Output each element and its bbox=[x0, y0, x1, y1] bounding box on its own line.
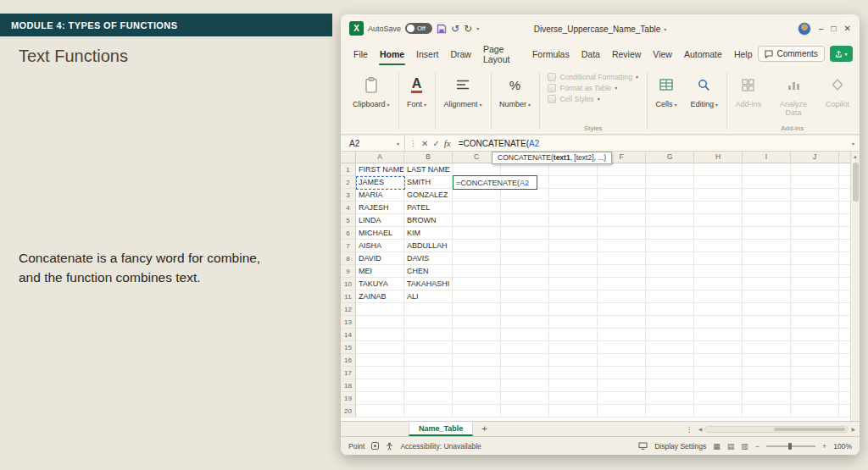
cell-F12[interactable] bbox=[598, 303, 646, 316]
cell-E16[interactable] bbox=[549, 354, 598, 367]
menu-tab-data[interactable]: Data bbox=[576, 42, 606, 65]
cell-H2[interactable] bbox=[694, 176, 743, 189]
save-icon[interactable] bbox=[437, 24, 447, 34]
cell-B20[interactable] bbox=[404, 405, 453, 417]
cell-J15[interactable] bbox=[791, 341, 839, 354]
column-header-A[interactable]: A bbox=[356, 152, 404, 163]
accessibility-status[interactable]: Accessibility: Unavailable bbox=[400, 442, 481, 451]
row-header-12[interactable]: 12 bbox=[341, 303, 356, 316]
cell-A3[interactable]: MARIA bbox=[356, 189, 404, 202]
cell-D4[interactable] bbox=[501, 202, 549, 214]
cell-G17[interactable] bbox=[646, 367, 694, 379]
cell-J3[interactable] bbox=[791, 189, 839, 202]
cell-B4[interactable]: PATEL bbox=[404, 202, 453, 214]
ribbon-group-cells[interactable]: Cells▾ bbox=[648, 68, 683, 134]
cell-A7[interactable]: AISHA bbox=[356, 240, 404, 252]
cell-F18[interactable] bbox=[598, 379, 646, 392]
cell-D7[interactable] bbox=[501, 240, 549, 252]
cell-G8[interactable] bbox=[646, 252, 694, 265]
analyze-data-button[interactable]: Analyze Data bbox=[768, 68, 819, 124]
cell-H1[interactable] bbox=[694, 163, 743, 176]
cell-K9[interactable] bbox=[839, 265, 850, 278]
cell-K3[interactable] bbox=[839, 189, 850, 202]
cell-E11[interactable] bbox=[549, 290, 598, 303]
row-header-2[interactable]: 2 bbox=[341, 176, 356, 189]
row-header-15[interactable]: 15 bbox=[341, 341, 356, 354]
cell-H5[interactable] bbox=[694, 214, 743, 227]
cell-B2[interactable]: SMITH bbox=[404, 176, 453, 189]
cell-K15[interactable] bbox=[839, 341, 850, 354]
cell-A19[interactable] bbox=[356, 392, 404, 405]
row-header-9[interactable]: 9 bbox=[341, 265, 356, 278]
cell-F19[interactable] bbox=[598, 392, 646, 405]
cell-F2[interactable] bbox=[598, 176, 646, 189]
cell-G4[interactable] bbox=[646, 202, 694, 214]
cell-F17[interactable] bbox=[598, 367, 646, 379]
cell-E15[interactable] bbox=[549, 341, 598, 354]
cell-D10[interactable] bbox=[501, 278, 549, 290]
cell-C15[interactable] bbox=[453, 341, 501, 354]
cell-A12[interactable] bbox=[356, 303, 404, 316]
scroll-up-icon[interactable]: ▲ bbox=[853, 152, 858, 161]
scroll-right-icon[interactable]: ▶ bbox=[851, 426, 855, 432]
cell-A10[interactable]: TAKUYA bbox=[356, 278, 404, 290]
menu-tab-draw[interactable]: Draw bbox=[444, 42, 477, 65]
cell-I8[interactable] bbox=[743, 252, 791, 265]
cell-J7[interactable] bbox=[791, 240, 839, 252]
cell-J16[interactable] bbox=[791, 354, 839, 367]
copilot-button[interactable]: Copilot bbox=[819, 68, 856, 124]
cell-J14[interactable] bbox=[791, 329, 839, 341]
ribbon-group-clipboard[interactable]: Clipboard▾ bbox=[346, 68, 397, 134]
cell-I11[interactable] bbox=[743, 290, 791, 303]
undo-icon[interactable]: ↺ bbox=[451, 24, 459, 34]
cell-J13[interactable] bbox=[791, 316, 839, 329]
cell-K10[interactable] bbox=[839, 278, 850, 290]
cell-I15[interactable] bbox=[743, 341, 791, 354]
cell-H18[interactable] bbox=[694, 379, 743, 392]
menu-tab-page-layout[interactable]: Page Layout bbox=[477, 42, 526, 65]
cell-B18[interactable] bbox=[404, 379, 453, 392]
cell-F9[interactable] bbox=[598, 265, 646, 278]
column-header-K[interactable]: K bbox=[839, 152, 850, 163]
menu-tab-automate[interactable]: Automate bbox=[678, 42, 728, 65]
cell-D12[interactable] bbox=[501, 303, 549, 316]
cell-G5[interactable] bbox=[646, 214, 694, 227]
cell-I3[interactable] bbox=[743, 189, 791, 202]
column-header-J[interactable]: J bbox=[791, 152, 839, 163]
cell-I13[interactable] bbox=[743, 316, 791, 329]
cell-H11[interactable] bbox=[694, 290, 743, 303]
menu-tab-help[interactable]: Help bbox=[728, 42, 759, 65]
cell-E3[interactable] bbox=[549, 189, 598, 202]
cell-J9[interactable] bbox=[791, 265, 839, 278]
confirm-entry-icon[interactable]: ✓ bbox=[432, 139, 439, 148]
cell-D8[interactable] bbox=[501, 252, 549, 265]
row-header-8[interactable]: 8 bbox=[341, 252, 356, 265]
ribbon-group-number[interactable]: % Number▾ bbox=[492, 68, 537, 134]
column-header-H[interactable]: H bbox=[694, 152, 743, 163]
cell-G12[interactable] bbox=[646, 303, 694, 316]
cell-D19[interactable] bbox=[501, 392, 549, 405]
comments-button[interactable]: Comments bbox=[758, 46, 824, 62]
row-header-5[interactable]: 5 bbox=[341, 214, 356, 227]
cell-F3[interactable] bbox=[598, 189, 646, 202]
cell-B1[interactable]: LAST NAME bbox=[404, 163, 453, 176]
cell-I9[interactable] bbox=[743, 265, 791, 278]
cell-F1[interactable] bbox=[598, 163, 646, 176]
ribbon-group-editing[interactable]: Editing▾ bbox=[683, 68, 725, 134]
cell-C20[interactable] bbox=[453, 405, 501, 417]
cell-I17[interactable] bbox=[743, 367, 791, 379]
cell-F14[interactable] bbox=[598, 329, 646, 341]
macro-record-icon[interactable] bbox=[371, 442, 379, 450]
cell-C5[interactable] bbox=[453, 214, 501, 227]
cell-A5[interactable]: LINDA bbox=[356, 214, 404, 227]
menu-tab-home[interactable]: Home bbox=[374, 42, 410, 65]
cell-C6[interactable] bbox=[453, 227, 501, 240]
row-header-18[interactable]: 18 bbox=[341, 379, 356, 392]
cell-E12[interactable] bbox=[549, 303, 598, 316]
cell-B6[interactable]: KIM bbox=[404, 227, 453, 240]
cell-B9[interactable]: CHEN bbox=[404, 265, 453, 278]
cell-D14[interactable] bbox=[501, 329, 549, 341]
cell-G16[interactable] bbox=[646, 354, 694, 367]
cell-C7[interactable] bbox=[453, 240, 501, 252]
cell-E1[interactable] bbox=[549, 163, 598, 176]
